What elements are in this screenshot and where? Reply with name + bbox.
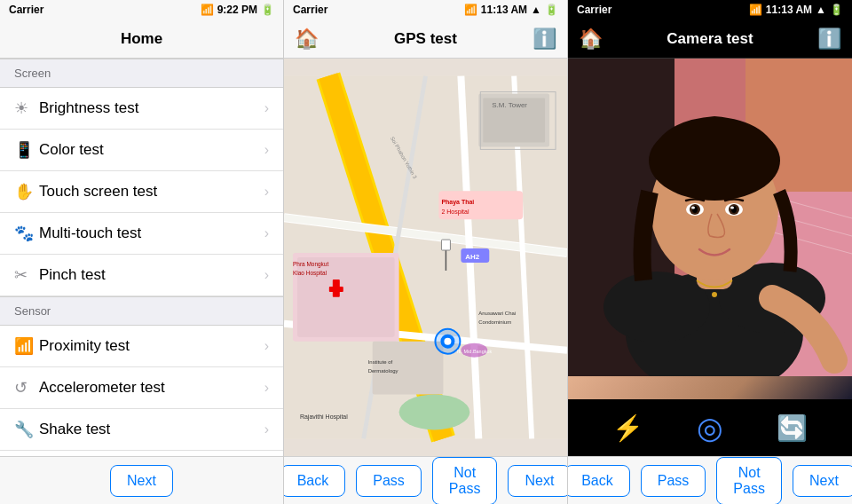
- menu-item-shake[interactable]: 🔧 Shake test ›: [0, 409, 283, 451]
- gps-title: GPS test: [394, 30, 457, 48]
- camera-info-icon[interactable]: ℹ️: [817, 28, 841, 51]
- menu-item-multitouch[interactable]: 🐾 Multi-touch test ›: [0, 213, 283, 255]
- flip-camera-button[interactable]: 🔄: [777, 413, 808, 443]
- menu-item-brightness[interactable]: ☀ Brightness test ›: [0, 88, 283, 130]
- shake-icon: 🔧: [14, 420, 39, 439]
- gps-notpass-button[interactable]: Not Pass: [432, 457, 498, 505]
- gps-panel: Carrier 📶 11:13 AM ▲ 🔋 🏠 GPS test ℹ️: [284, 0, 568, 504]
- home-panel: Carrier 📶 9:22 PM 🔋 Home Screen ☀ Bright…: [0, 0, 284, 504]
- home-bottom-bar: Next: [0, 456, 283, 504]
- menu-item-proximity[interactable]: 📶 Proximity test ›: [0, 326, 283, 367]
- svg-text:Klao Hospital: Klao Hospital: [293, 270, 327, 277]
- gps-battery-icon: 🔋: [545, 4, 558, 16]
- camera-photo: [568, 59, 852, 376]
- menu-item-color[interactable]: 📱 Color test ›: [0, 130, 283, 171]
- chevron-icon: ›: [264, 267, 269, 283]
- svg-text:Rajavithi Hospital: Rajavithi Hospital: [300, 413, 348, 421]
- chevron-icon: ›: [264, 225, 269, 241]
- camera-status-icons: 📶 11:13 AM ▲ 🔋: [749, 4, 843, 16]
- menu-item-accelerometer[interactable]: ↺ Accelerometer test ›: [0, 367, 283, 409]
- proximity-label: Proximity test: [39, 337, 264, 355]
- time-label: 9:22 PM: [217, 4, 257, 16]
- camera-bottom-bar: Back Pass Not Pass Next: [568, 456, 852, 504]
- svg-point-52: [730, 207, 734, 209]
- gps-pass-button[interactable]: Pass: [356, 465, 422, 497]
- svg-text:AH2: AH2: [465, 253, 480, 261]
- svg-text:2 Hospital: 2 Hospital: [441, 209, 469, 216]
- chevron-icon: ›: [264, 338, 269, 354]
- status-bar-gps: Carrier 📶 11:13 AM ▲ 🔋: [284, 0, 567, 20]
- carrier-label: Carrier: [9, 4, 43, 16]
- camera-title: Camera test: [667, 30, 753, 48]
- camera-navbar: 🏠 Camera test ℹ️: [568, 20, 852, 59]
- gps-bottom-bar: Back Pass Not Pass Next: [284, 456, 567, 504]
- svg-text:Institute of: Institute of: [368, 359, 393, 365]
- chevron-icon: ›: [264, 100, 269, 116]
- status-bar-home: Carrier 📶 9:22 PM 🔋: [0, 0, 283, 20]
- camera-location-icon: ▲: [816, 4, 826, 16]
- svg-point-53: [712, 292, 717, 297]
- gps-home-icon[interactable]: 🏠: [295, 28, 319, 51]
- chevron-icon: ›: [264, 380, 269, 396]
- camera-back-button[interactable]: Back: [568, 465, 630, 497]
- home-next-button[interactable]: Next: [110, 465, 173, 497]
- chevron-icon: ›: [264, 421, 269, 437]
- camera-signal-icon: 📶: [749, 4, 762, 16]
- brightness-icon: ☀: [14, 98, 39, 118]
- multitouch-label: Multi-touch test: [39, 224, 264, 242]
- capture-button[interactable]: ◎: [697, 410, 723, 445]
- proximity-icon: 📶: [14, 336, 39, 356]
- battery-icon: 🔋: [261, 4, 274, 16]
- gps-signal-icon: 📶: [464, 4, 477, 16]
- pinch-icon: ✂: [14, 265, 39, 285]
- svg-text:Condominium: Condominium: [478, 319, 511, 325]
- svg-rect-8: [329, 287, 343, 292]
- camera-home-icon[interactable]: 🏠: [579, 28, 603, 51]
- camera-battery-icon: 🔋: [830, 4, 843, 16]
- svg-rect-23: [441, 240, 450, 250]
- section-screen-header: Screen: [0, 59, 283, 88]
- flash-button[interactable]: ⚡: [612, 413, 643, 443]
- svg-point-48: [691, 207, 695, 209]
- section-sensor-header: Sensor: [0, 296, 283, 326]
- gps-info-icon[interactable]: ℹ️: [532, 28, 556, 51]
- camera-controls: ⚡ ◎ 🔄: [568, 399, 852, 456]
- map-view[interactable]: S.M. Tower Phaya Thai 2 Hospital AH2 Raj…: [284, 59, 567, 456]
- camera-view: [568, 59, 852, 399]
- pinch-label: Pinch test: [39, 266, 264, 284]
- home-title: Home: [121, 30, 162, 48]
- gps-next-button[interactable]: Next: [508, 465, 568, 497]
- shake-label: Shake test: [39, 421, 264, 438]
- camera-pass-button[interactable]: Pass: [641, 465, 706, 497]
- status-bar-camera: Carrier 📶 11:13 AM ▲ 🔋: [568, 0, 852, 20]
- map-svg: S.M. Tower Phaya Thai 2 Hospital AH2 Raj…: [284, 59, 567, 456]
- svg-point-40: [604, 272, 710, 343]
- camera-notpass-button[interactable]: Not Pass: [716, 457, 782, 505]
- svg-point-13: [444, 338, 451, 345]
- touch-icon: ✋: [14, 182, 39, 201]
- accelerometer-icon: ↺: [14, 378, 39, 398]
- home-navbar: Home: [0, 20, 283, 59]
- camera-time-label: 11:13 AM: [766, 4, 812, 16]
- status-icons: 📶 9:22 PM 🔋: [201, 4, 274, 16]
- camera-carrier-label: Carrier: [577, 4, 611, 16]
- gps-back-button[interactable]: Back: [284, 465, 345, 497]
- camera-next-button[interactable]: Next: [793, 465, 852, 497]
- chevron-icon: ›: [264, 142, 269, 158]
- gps-carrier-label: Carrier: [293, 4, 327, 16]
- svg-text:Anusawari Chai: Anusawari Chai: [478, 311, 516, 316]
- color-label: Color test: [39, 141, 264, 159]
- menu-item-touchscreen[interactable]: ✋ Touch screen test ›: [0, 171, 283, 213]
- gps-status-icons: 📶 11:13 AM ▲ 🔋: [464, 4, 558, 16]
- multitouch-icon: 🐾: [14, 224, 39, 243]
- gps-location-icon: ▲: [531, 4, 541, 16]
- gps-navbar: 🏠 GPS test ℹ️: [284, 20, 567, 59]
- gps-time-label: 11:13 AM: [481, 4, 527, 16]
- svg-point-10: [399, 395, 470, 430]
- menu-item-pinch[interactable]: ✂ Pinch test ›: [0, 255, 283, 296]
- camera-panel: Carrier 📶 11:13 AM ▲ 🔋 🏠 Camera test ℹ️: [568, 0, 852, 504]
- svg-text:S.M. Tower: S.M. Tower: [492, 101, 527, 109]
- touch-label: Touch screen test: [39, 183, 264, 201]
- accelerometer-label: Accelerometer test: [39, 379, 264, 397]
- chevron-icon: ›: [264, 184, 269, 200]
